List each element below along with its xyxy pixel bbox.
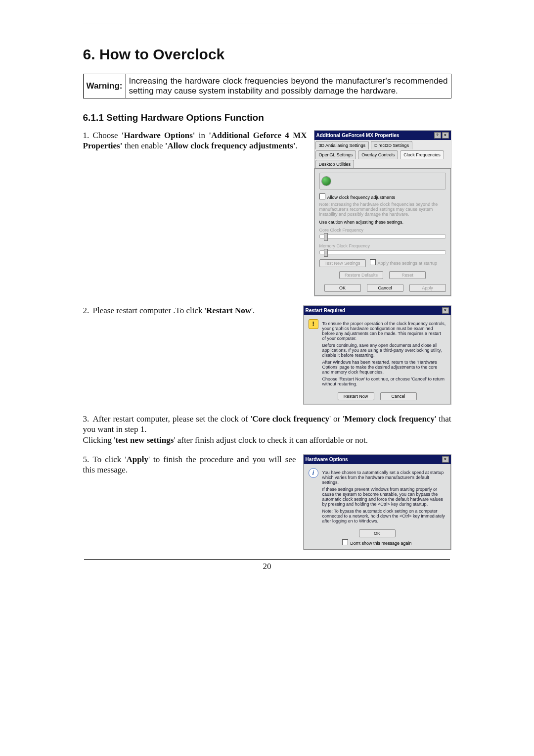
- clock-frequencies-dialog: Additional GeForce4 MX Properties ? x 3D…: [314, 130, 451, 296]
- allow-checkbox[interactable]: [319, 193, 325, 199]
- footer-rule: [84, 559, 450, 560]
- restart-msg-1: To ensure the proper operation of the cl…: [322, 321, 446, 341]
- subsection-title: 6.1.1 Setting Hardware Options Function: [83, 112, 451, 123]
- hwopt-msg-3: Note: To bypass the automatic clock sett…: [322, 509, 446, 523]
- step-1-text: 1.Choose 'Hardware Options' in 'Addition…: [83, 130, 307, 151]
- memory-clock-slider[interactable]: [319, 250, 446, 254]
- note-text: Note: Increasing the hardware clock freq…: [319, 202, 446, 217]
- tab-overlay[interactable]: Overlay Controls: [358, 150, 398, 159]
- subsection-number: 6.1.1: [83, 112, 104, 123]
- apply-at-startup-checkbox[interactable]: [370, 259, 376, 265]
- section-number: 6.: [83, 46, 95, 62]
- tab-clock-frequencies[interactable]: Clock Frequencies: [400, 150, 444, 159]
- step-5-text: 5.To click 'Apply' to finish the procedu…: [83, 454, 296, 475]
- hwopt-msg-2: If these settings prevent Windows from s…: [322, 487, 446, 507]
- help-icon[interactable]: ?: [434, 132, 441, 139]
- top-rule: [83, 23, 451, 23]
- step-3-text: 3.After restart computer, please set the…: [83, 414, 451, 445]
- info-icon: i: [309, 468, 318, 478]
- reset-button[interactable]: Reset: [389, 271, 426, 279]
- step-2-text: 2.Please restart computer .To click 'Res…: [83, 305, 296, 316]
- warning-box: Warning: Increasing the hardware clock f…: [83, 74, 451, 98]
- tab-desktop-utilities[interactable]: Desktop Utilities: [315, 160, 355, 168]
- dialog-title: Additional GeForce4 MX Properties: [316, 133, 400, 138]
- ok-button[interactable]: OK: [324, 284, 361, 292]
- dont-show-label: Don't show this message again: [350, 541, 411, 546]
- dialog-title: Hardware Options: [306, 457, 348, 462]
- ok-button[interactable]: OK: [359, 529, 396, 537]
- test-new-settings-button[interactable]: Test New Settings: [319, 259, 366, 267]
- close-icon[interactable]: x: [442, 132, 449, 139]
- tab-strip: 3D Antialiasing Settings Direct3D Settin…: [314, 140, 451, 169]
- cancel-button[interactable]: Cancel: [380, 392, 417, 400]
- tab-opengl[interactable]: OpenGL Settings: [315, 150, 356, 159]
- restore-defaults-button[interactable]: Restore Defaults: [339, 271, 383, 279]
- dialog-title: Restart Required: [306, 308, 346, 313]
- apply-at-startup-row[interactable]: Apply these settings at startup: [370, 259, 446, 266]
- section-title: 6. How to Overclock: [83, 46, 451, 63]
- warning-text: Increasing the hardware clock frequencie…: [126, 74, 451, 98]
- allow-checkbox-row[interactable]: Allow clock frequency adjustments: [319, 193, 446, 200]
- restart-msg-3: After Windows has been restarted, return…: [322, 360, 446, 375]
- hwopt-msg-1: You have chosen to automatically set a c…: [322, 470, 446, 485]
- hardware-options-infobox: Hardware Options x i You have chosen to …: [303, 454, 451, 550]
- close-icon[interactable]: x: [442, 307, 449, 314]
- apply-button[interactable]: Apply: [409, 284, 446, 292]
- restart-msg-4: Choose 'Restart Now' to continue, or cho…: [322, 377, 446, 386]
- restart-required-dialog: Restart Required x ! To ensure the prope…: [303, 305, 451, 405]
- close-icon[interactable]: x: [442, 456, 449, 463]
- dont-show-row[interactable]: Don't show this message again: [309, 539, 446, 546]
- core-clock-slider[interactable]: [319, 235, 446, 238]
- tab-direct3d[interactable]: Direct3D Settings: [371, 141, 412, 149]
- section-title-text: How to Overclock: [99, 46, 224, 62]
- dont-show-checkbox[interactable]: [342, 539, 348, 545]
- brand-icon: [322, 177, 331, 186]
- core-clock-label: Core Clock Frequency: [319, 228, 446, 233]
- tab-antialiasing[interactable]: 3D Antialiasing Settings: [315, 141, 369, 149]
- page-number: 20: [0, 562, 534, 571]
- caution-text: Use caution when adjusting these setting…: [319, 220, 446, 225]
- warning-label: Warning:: [83, 74, 126, 98]
- warning-icon: !: [309, 319, 318, 329]
- restart-msg-2: Before continuing, save any open documen…: [322, 343, 446, 358]
- cancel-button[interactable]: Cancel: [367, 284, 403, 292]
- subsection-title-text: Setting Hardware Options Function: [106, 112, 264, 123]
- restart-now-button[interactable]: Restart Now: [338, 392, 374, 400]
- allow-label: Allow clock frequency adjustments: [327, 195, 396, 200]
- memory-clock-label: Memory Clock Frequency: [319, 243, 446, 248]
- brand-icon-bar: [319, 173, 446, 189]
